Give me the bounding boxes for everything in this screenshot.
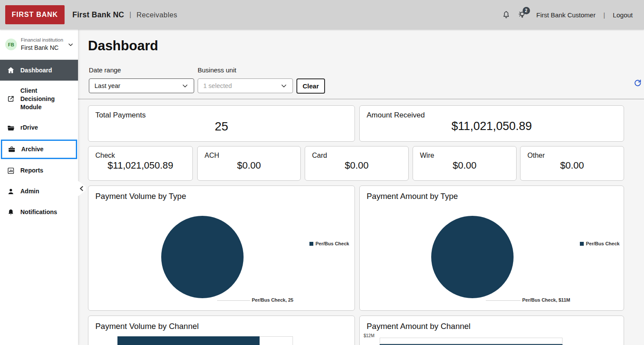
card-value: $0.00 — [413, 160, 516, 171]
dashboard-main: Dashboard Date range Business unit Last … — [78, 29, 644, 345]
chart-title: Payment Amount by Type — [367, 192, 458, 201]
app-screen: FIRST BANK First Bank NC | Receivables — [0, 0, 644, 345]
sidebar-item-label: Archive — [21, 145, 43, 153]
data-label-leader-line — [486, 300, 520, 301]
fi-label: Financial institution — [21, 37, 63, 44]
business-unit-value: 1 selected — [203, 82, 232, 89]
plot-area — [380, 338, 563, 344]
sidebar-item-notifications[interactable]: Notifications — [0, 202, 78, 223]
sidebar-item-label: Reports — [20, 166, 43, 175]
payment-amount-by-channel-chart: Payment Amount by Channel $12M — [359, 316, 624, 345]
top-bar: FIRST BANK First Bank NC | Receivables — [0, 0, 644, 29]
sidebar-item-archive[interactable]: Archive — [1, 140, 77, 159]
total-payments-card: Total Payments 25 — [88, 105, 355, 142]
sidebar-item-label: rDrive — [20, 124, 38, 132]
card-label: Other — [527, 152, 545, 159]
bell-icon[interactable] — [502, 10, 511, 20]
card-label: Amount Received — [367, 111, 425, 120]
business-unit-select[interactable]: 1 selected — [198, 78, 293, 93]
card-label: Card — [312, 152, 327, 159]
legend-item-per-bus-check[interactable]: Per/Bus Check — [580, 241, 620, 246]
bell-icon — [7, 208, 15, 216]
date-range-select[interactable]: Last year — [89, 78, 194, 93]
card-label: Check — [95, 152, 115, 159]
header-separator: | — [130, 10, 131, 19]
other-card: Other $0.00 — [520, 146, 624, 181]
lightbulb-idea-button[interactable]: 2 — [517, 10, 527, 20]
card-value: $11,021,050.89 — [88, 160, 192, 171]
business-unit-label: Business unit — [198, 66, 236, 74]
chevron-down-icon — [68, 42, 74, 48]
chart-title: Payment Amount by Channel — [367, 322, 471, 331]
chevron-left-icon — [79, 186, 84, 191]
pie-slice-per-bus-check[interactable] — [431, 216, 514, 298]
sidebar-item-rdrive[interactable]: rDrive — [0, 117, 78, 138]
sidebar-nav: Dashboard Client Decisioning Module rDri… — [0, 60, 78, 223]
sidebar-item-reports[interactable]: Reports — [0, 160, 78, 181]
sidebar-item-label: Dashboard — [20, 66, 52, 75]
card-value: $11,021,050.89 — [360, 120, 624, 133]
pie-slice-per-bus-check[interactable] — [161, 216, 244, 298]
first-bank-logo: FIRST BANK — [5, 5, 65, 24]
legend-swatch — [309, 242, 313, 246]
home-icon — [7, 66, 15, 74]
sidebar-item-label: Notifications — [20, 208, 57, 216]
legend-label: Per/Bus Check — [315, 241, 349, 246]
header-actions: 2 First Bank Customer | Logout — [502, 10, 633, 20]
chart-title: Payment Volume by Type — [95, 192, 186, 201]
sidebar-item-label: Client Decisioning Module — [20, 87, 71, 111]
chevron-down-icon — [182, 82, 189, 89]
sidebar-item-admin[interactable]: Admin — [0, 181, 78, 202]
payment-amount-by-type-chart: Payment Amount by Type Per/Bus Check Per… — [359, 186, 624, 311]
notification-count-badge: 2 — [523, 7, 530, 14]
date-range-value: Last year — [94, 82, 120, 89]
legend-item-per-bus-check[interactable]: Per/Bus Check — [309, 241, 349, 246]
chevron-down-icon — [280, 82, 287, 89]
data-label: Per/Bus Check, $11M — [522, 297, 570, 303]
card-value: $0.00 — [198, 160, 300, 171]
external-link-icon — [7, 95, 15, 103]
sidebar-item-client-decisioning-module[interactable]: Client Decisioning Module — [0, 81, 78, 117]
fi-text: Financial institution First Bank NC — [21, 37, 63, 52]
bar-per-bus-check[interactable] — [117, 336, 260, 345]
module-name: Receivables — [137, 11, 177, 19]
chart-title: Payment Volume by Channel — [95, 322, 199, 331]
card-label: Total Payments — [95, 111, 146, 120]
data-label: Per/Bus Check, 25 — [252, 297, 293, 303]
legend-swatch — [580, 242, 584, 246]
card-label: Wire — [420, 152, 434, 159]
data-label-leader-line — [217, 300, 250, 301]
archive-icon — [8, 145, 16, 153]
card-label: ACH — [205, 152, 219, 159]
user-separator: | — [603, 11, 605, 19]
logout-button[interactable]: Logout — [613, 11, 633, 19]
amount-received-card: Amount Received $11,021,050.89 — [359, 105, 624, 142]
fi-avatar: FB — [5, 39, 17, 50]
wire-card: Wire $0.00 — [413, 146, 517, 181]
refresh-icon[interactable] — [634, 79, 642, 87]
folder-icon — [7, 124, 15, 132]
sidebar-item-label: Admin — [20, 187, 39, 195]
axis-tick-label: $12M — [364, 333, 374, 338]
card-value: $0.00 — [305, 160, 408, 171]
company-name: First Bank NC — [72, 10, 124, 20]
payment-volume-by-channel-chart: Payment Volume by Channel — [88, 316, 355, 345]
page-title: Dashboard — [88, 38, 158, 54]
clear-filters-button[interactable]: Clear — [296, 78, 325, 94]
legend-label: Per/Bus Check — [586, 241, 620, 246]
card-card: Card $0.00 — [305, 146, 409, 181]
sidebar: FB Financial institution First Bank NC D… — [0, 29, 78, 345]
user-name: First Bank Customer — [537, 11, 596, 19]
ach-card: ACH $0.00 — [197, 146, 301, 181]
bar-chart-icon — [7, 167, 15, 175]
check-card: Check $11,021,050.89 — [88, 146, 193, 181]
person-icon — [7, 188, 15, 195]
date-range-label: Date range — [89, 66, 121, 74]
card-value: 25 — [88, 120, 355, 133]
fi-name: First Bank NC — [21, 44, 63, 52]
filter-divider — [78, 99, 644, 99]
card-value: $0.00 — [520, 160, 624, 171]
financial-institution-selector[interactable]: FB Financial institution First Bank NC — [0, 29, 78, 60]
payment-volume-by-type-chart: Payment Volume by Type Per/Bus Check Per… — [88, 186, 355, 311]
sidebar-item-dashboard[interactable]: Dashboard — [0, 60, 78, 81]
